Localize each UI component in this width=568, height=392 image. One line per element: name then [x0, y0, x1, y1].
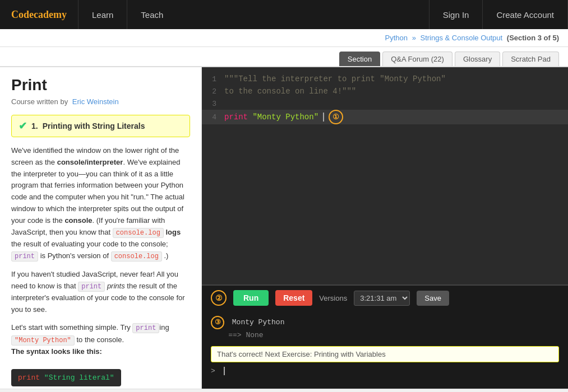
console-prompt: > — [211, 367, 559, 375]
breadcrumb-python[interactable]: Python — [385, 34, 408, 42]
exercise-number: 1. — [31, 122, 38, 130]
versions-select[interactable]: 3:21:31 am — [354, 291, 410, 306]
left-panel: Print Course written by Eric Weinstein ✔… — [0, 67, 202, 389]
versions-label: Versions — [319, 294, 347, 302]
nav-sign-in-label: Sign In — [443, 10, 469, 20]
content-p3: Let's start with something simple. Try p… — [11, 322, 190, 357]
check-icon: ✔ — [19, 120, 27, 132]
code-line-1: 1 """Tell the interpreter to print "Mont… — [202, 73, 568, 85]
exercise-title-text: Printing with String Literals — [43, 122, 145, 130]
content-p2: If you haven't studied JavaScript, never… — [11, 269, 190, 316]
console-output2: ==> None — [211, 329, 559, 342]
code-editor[interactable]: 1 """Tell the interpreter to print "Mont… — [202, 67, 568, 286]
logo[interactable]: Codecademy — [0, 0, 78, 29]
breadcrumb-section-info: (Section 3 of 5) — [507, 34, 559, 42]
navbar: Codecademy Learn Teach Sign In Create Ac… — [0, 0, 568, 29]
course-by: Course written by Eric Weinstein — [11, 97, 190, 106]
step-badge-1: ① — [329, 110, 343, 124]
save-button[interactable]: Save — [417, 291, 449, 306]
code-line-4: 4 print "Monty Python" ① — [202, 110, 568, 124]
main-container: Print Course written by Eric Weinstein ✔… — [0, 67, 568, 389]
step-badge-3: ③ — [211, 316, 224, 329]
tab-glossary[interactable]: Glossary — [455, 52, 500, 66]
console-output: ③ Monty Python — [211, 316, 559, 329]
nav-learn-label: Learn — [92, 10, 113, 20]
code-line-2: 2 to the console on line 4!""" — [202, 85, 568, 97]
console-panel: ③ Monty Python ==> None That's correct! … — [202, 310, 568, 389]
tab-qa-forum[interactable]: Q&A Forum (22) — [382, 52, 452, 66]
content-p1: We've identified the window on the lower… — [11, 145, 190, 262]
run-button[interactable]: Run — [233, 290, 269, 306]
step-badge-2: ② — [211, 290, 227, 306]
code-line-3: 3 — [202, 97, 568, 110]
logo-text: Codecademy — [11, 9, 67, 21]
tab-scratch-pad[interactable]: Scratch Pad — [502, 52, 559, 66]
tab-section[interactable]: Section — [339, 52, 380, 66]
reset-button[interactable]: Reset — [275, 290, 312, 306]
nav-sign-in[interactable]: Sign In — [430, 0, 483, 29]
nav-teach[interactable]: Teach — [127, 0, 177, 29]
nav-learn[interactable]: Learn — [78, 0, 127, 29]
author-link[interactable]: Eric Weinstein — [72, 97, 119, 106]
bottom-bar: Run Exercise ⌘ + Enter Save Progress ⌘ +… — [0, 389, 568, 392]
breadcrumb: Python » Strings & Console Output (Secti… — [0, 29, 568, 47]
console-output-none: ==> None — [228, 331, 263, 339]
nav-teach-label: Teach — [141, 10, 163, 20]
breadcrumb-sep: » — [412, 34, 416, 42]
code-example-block: print "String literal" — [11, 369, 121, 386]
page-title: Print — [11, 76, 190, 94]
tabs-bar: Section Q&A Forum (22) Glossary Scratch … — [0, 47, 568, 67]
nav-create-account-label: Create Account — [496, 10, 554, 20]
console-success-message: That's correct! Next Exercise: Printing … — [211, 346, 559, 362]
console-output1: Monty Python — [232, 318, 285, 326]
exercise-title-bar: ✔ 1. Printing with String Literals — [11, 115, 190, 137]
right-panel: 1 """Tell the interpreter to print "Mont… — [202, 67, 568, 389]
editor-toolbar: ② Run Reset Versions 3:21:31 am Save — [202, 286, 568, 310]
nav-create-account[interactable]: Create Account — [483, 0, 568, 29]
breadcrumb-section[interactable]: Strings & Console Output — [420, 34, 502, 42]
